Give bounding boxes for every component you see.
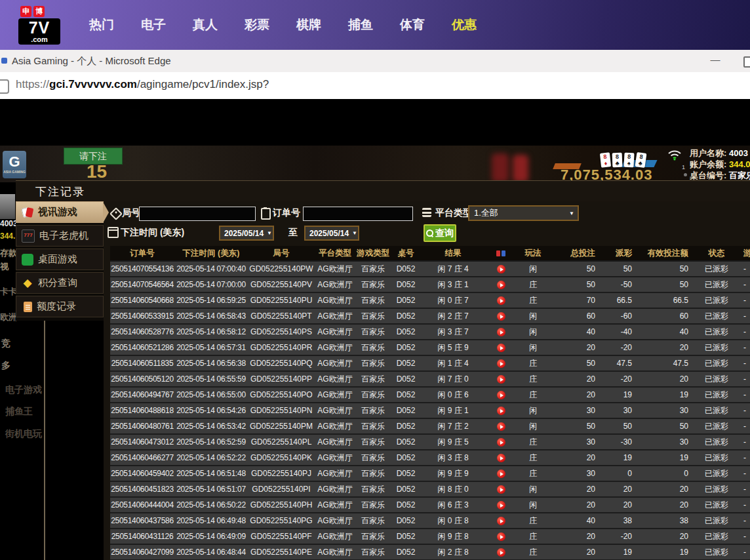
cell-bet-time: 2025-05-14 06:51:07 xyxy=(174,481,248,497)
replay-button[interactable] xyxy=(497,344,505,352)
cell-play: 庄 xyxy=(517,371,549,387)
document-icon xyxy=(24,302,32,312)
col-table-no: 桌号 xyxy=(391,246,421,261)
cell-result: 闲 8 庄 0 xyxy=(421,481,485,497)
cell-valid-bet: 20 xyxy=(641,371,698,387)
replay-button[interactable] xyxy=(497,501,505,510)
cell-platform: AG欧洲厅 xyxy=(315,292,355,308)
replay-button[interactable] xyxy=(497,454,505,462)
cell-order-no: 250514060437586 xyxy=(110,513,174,529)
cell-result: 闲 7 庄 4 xyxy=(421,261,485,277)
cell-game-type: 百家乐 xyxy=(355,277,391,292)
nav-item-3[interactable]: 彩票 xyxy=(245,16,269,33)
sidebar-item-0[interactable]: 视讯游戏 xyxy=(16,201,104,223)
cell-bet-time: 2025-05-14 06:57:31 xyxy=(174,340,248,355)
nav-item-6[interactable]: 体育 xyxy=(400,16,425,33)
replay-button[interactable] xyxy=(497,296,505,305)
table-header-row: 订单号下注时间 (美东)局号平台类型游戏类型桌号结果玩法总投注派彩有效投注额状态… xyxy=(110,246,750,261)
replay-button[interactable] xyxy=(497,265,505,273)
replay-button[interactable] xyxy=(497,422,505,431)
platform-select[interactable]: 1.全部 ▼ xyxy=(468,205,579,221)
cell-game-table: - xyxy=(736,324,750,340)
cell-game-type: 百家乐 xyxy=(355,513,391,529)
cell-valid-bet: 20 xyxy=(641,529,698,544)
replay-button[interactable] xyxy=(497,391,505,399)
cell-table-no: D052 xyxy=(391,277,421,292)
cell-platform: AG欧洲厅 xyxy=(315,355,355,371)
cell-order-no: 250514060511835 xyxy=(110,355,174,371)
cell-platform: AG欧洲厅 xyxy=(315,450,355,466)
platform-label: 平台类型 xyxy=(435,207,472,219)
cell-valid-bet: 19 xyxy=(641,387,698,403)
nav-item-7[interactable]: 优惠 xyxy=(452,16,477,33)
minimize-button[interactable]: — xyxy=(705,50,725,72)
cell-game-table: - xyxy=(736,387,750,403)
round-no-input[interactable] xyxy=(139,207,256,221)
nav-item-2[interactable]: 真人 xyxy=(193,16,218,33)
cell-total-bet: 40 xyxy=(549,513,604,529)
playing-card: 8♦ xyxy=(600,152,611,167)
cell-payout: 19 xyxy=(604,450,641,466)
table-value: 百家乐 xyxy=(729,170,750,180)
order-no-input[interactable] xyxy=(303,207,413,221)
cell-status: 已派彩 xyxy=(698,466,736,481)
sidebar-item-2[interactable]: 桌面游戏 xyxy=(16,249,104,270)
col-replay xyxy=(485,246,517,261)
cell-payout: -20 xyxy=(604,371,641,387)
cell-replay xyxy=(485,450,517,466)
table-row: 2505140604311262025-05-14 06:49:09GD0522… xyxy=(110,529,750,544)
replay-button[interactable] xyxy=(497,548,505,557)
col-game-type: 游戏类型 xyxy=(355,246,391,261)
cell-valid-bet: 40 xyxy=(641,324,698,340)
replay-button[interactable] xyxy=(497,328,505,336)
replay-button[interactable] xyxy=(497,375,505,384)
cell-status: 已派彩 xyxy=(698,324,736,340)
cell-round-no: GD052255140PM xyxy=(248,418,315,434)
cell-status: 已派彩 xyxy=(698,450,736,466)
table-row: 2505140604518232025-05-14 06:51:07GD0522… xyxy=(110,481,750,497)
date-from-select[interactable]: 2025/05/14 ▼ xyxy=(219,226,274,241)
date-to-select[interactable]: 2025/05/14 ▼ xyxy=(304,226,359,241)
nav-item-0[interactable]: 热门 xyxy=(89,16,114,33)
cell-bet-time: 2025-05-14 06:51:48 xyxy=(174,466,248,481)
replay-button[interactable] xyxy=(497,532,505,541)
url-bar[interactable]: https://gci.7vvvvvv.com/agingame/pcv1/in… xyxy=(0,72,750,100)
cell-valid-bet: 19 xyxy=(641,450,698,466)
cards-icon xyxy=(502,250,505,256)
cell-order-no: 250514060505120 xyxy=(110,371,174,387)
cell-total-bet: 20 xyxy=(549,544,604,560)
replay-button[interactable] xyxy=(497,485,505,494)
logo-block: 7V .com xyxy=(18,18,60,45)
cell-round-no: GD052255140PH xyxy=(248,497,315,513)
maximize-button[interactable] xyxy=(743,56,750,68)
cell-order-no: 250514060488618 xyxy=(110,403,174,418)
replay-button[interactable] xyxy=(497,470,505,478)
nav-item-5[interactable]: 捕鱼 xyxy=(348,16,373,33)
cell-bet-time: 2025-05-14 06:49:09 xyxy=(174,529,248,544)
cell-status: 已派彩 xyxy=(698,529,736,544)
cell-result: 闲 9 庄 9 xyxy=(421,466,485,481)
replay-button[interactable] xyxy=(497,517,505,525)
sidebar-item-1[interactable]: 777电子老虎机 xyxy=(16,225,104,247)
cell-total-bet: 60 xyxy=(549,308,604,324)
nav-item-1[interactable]: 电子 xyxy=(141,16,166,33)
replay-button[interactable] xyxy=(497,359,505,368)
nav-item-4[interactable]: 棋牌 xyxy=(296,16,321,33)
cell-status: 已派彩 xyxy=(698,544,736,560)
search-button[interactable]: 查询 xyxy=(424,224,456,242)
sidebar-item-3[interactable]: ◆积分查询 xyxy=(16,272,104,294)
replay-button[interactable] xyxy=(497,281,505,289)
replay-button[interactable] xyxy=(497,407,505,415)
replay-button[interactable] xyxy=(497,312,505,321)
cell-valid-bet: 30 xyxy=(641,434,698,450)
cell-result: 闲 0 庄 6 xyxy=(421,387,485,403)
replay-button[interactable] xyxy=(497,438,505,447)
cell-play: 庄 xyxy=(517,450,549,466)
cell-table-no: D052 xyxy=(391,355,421,371)
cell-game-table: - xyxy=(736,355,750,371)
url-text[interactable]: https://gci.7vvvvvv.com/agingame/pcv1/in… xyxy=(16,78,269,91)
sidebar-item-4[interactable]: 额度记录 xyxy=(16,296,104,317)
cell-game-table: - xyxy=(736,292,750,308)
site-logo[interactable]: 申 博 7V .com xyxy=(18,6,60,45)
cell-order-no: 250514060431126 xyxy=(110,529,174,544)
